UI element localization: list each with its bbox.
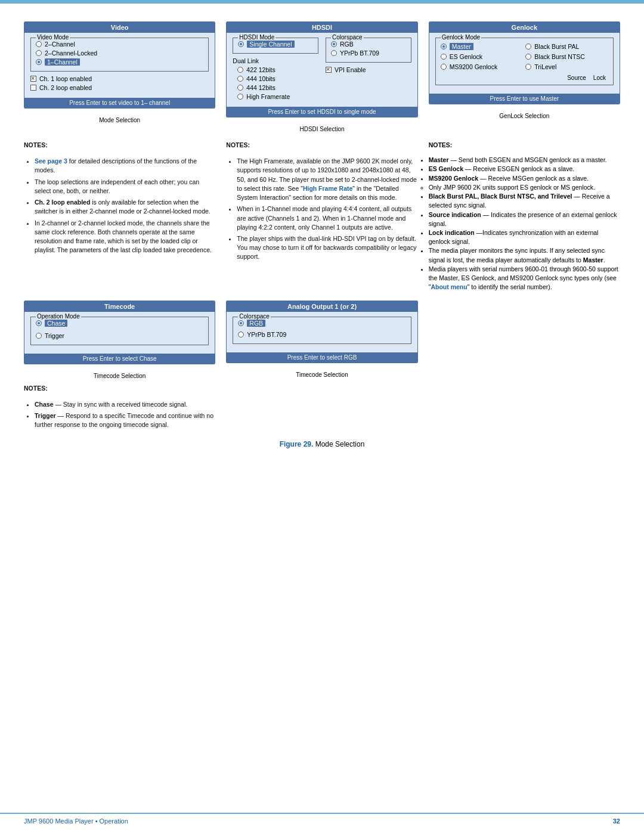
timecode-chase-option[interactable]: Chase xyxy=(36,320,203,327)
radio-rgb-icon xyxy=(331,41,337,47)
ch2-loop-label: Ch. 2 loop enabled xyxy=(39,84,92,91)
video-col: Video Video Mode 2–Channel 2–Channel-Loc… xyxy=(24,21,215,123)
chase-bold: Chase xyxy=(35,401,54,408)
video-2channel-locked-option[interactable]: 2–Channel-Locked xyxy=(36,49,203,57)
radio-master-icon xyxy=(441,44,447,49)
ch2-loop-check[interactable]: Ch. 2 loop enabled xyxy=(30,84,209,91)
video-2channel-option[interactable]: 2–Channel xyxy=(36,41,203,48)
analog-yprbp-label: YPrPb BT.709 xyxy=(247,331,286,338)
radio-bbpal-icon xyxy=(525,44,531,49)
video-1channel-label: 1–Channel xyxy=(45,58,80,66)
hdsdi-444-10bits[interactable]: 444 10bits xyxy=(237,75,318,82)
genlock-note-3-sub-1: Only JMP 9600 2K units support ES genloc… xyxy=(429,183,620,192)
ch1-loop-check[interactable]: Ch. 1 loop enabled xyxy=(30,75,209,82)
video-note-2: The loop selections are independent of e… xyxy=(35,178,215,196)
radio-trilevel-icon xyxy=(525,64,531,70)
timecode-trigger-option[interactable]: Trigger xyxy=(36,332,203,339)
genlock-panel: Genlock Genlock Mode Master Black Burst … xyxy=(429,21,620,104)
lock-label: Lock xyxy=(593,75,606,81)
hdsdi-422-12bits[interactable]: 422 12bits xyxy=(237,66,318,73)
hdsdi-mode-label: HDSDI Mode xyxy=(238,34,275,41)
page-content: Video Video Mode 2–Channel 2–Channel-Loc… xyxy=(0,4,644,502)
hdsdi-yprbp-label: YPrPb BT.709 xyxy=(340,49,379,57)
genlock-mode-label: Genlock Mode xyxy=(441,34,481,41)
genlock-bbntsc-option[interactable]: Black Burst NTSC xyxy=(525,53,608,60)
hdsdi-colorspace-label: Colorspace xyxy=(331,34,364,41)
page-footer: JMP 9600 Media Player • Operation 32 xyxy=(0,813,644,825)
hdsdi-notes: NOTES: The High Framerate, available on … xyxy=(226,141,417,264)
genlock-note-2: ES Genlock — Receive ESGEN genlock as a … xyxy=(429,165,620,174)
trigger-bold: Trigger xyxy=(35,412,56,419)
hdsdi-422-12bits-label: 422 12bits xyxy=(246,66,275,73)
hdsdi-444-12bits[interactable]: 444 12bits xyxy=(237,84,318,91)
hdsdi-panel-body: HDSDI Mode Single Channel Dual Link xyxy=(227,33,417,107)
hdsdi-panel-title: HDSDI xyxy=(227,22,417,33)
analog-output-caption: Timecode Selection xyxy=(226,371,417,378)
video-2channel-locked-label: 2–Channel-Locked xyxy=(45,49,97,57)
radio-yprbp-icon xyxy=(331,50,337,56)
hdsdi-high-framerate[interactable]: High Framerate xyxy=(237,93,318,100)
ms9200-bold: MS9200 Genlock xyxy=(429,175,478,182)
source-lock-row: Source Lock xyxy=(441,72,608,81)
bbpal-bold: Black Burst PAL, Black Burst NTSC, and T… xyxy=(429,193,572,200)
hdsdi-yprbp-option[interactable]: YPrPb BT.709 xyxy=(331,49,406,57)
video-1channel-option[interactable]: 1–Channel xyxy=(36,58,203,66)
analog-colorspace-group: Colorspace RGB YPrPb BT.709 xyxy=(233,317,411,344)
genlock-master-option[interactable]: Master xyxy=(441,43,524,50)
video-panel-body: Video Mode 2–Channel 2–Channel-Locked 1–… xyxy=(24,33,215,98)
source-indication-bold: Source indication xyxy=(429,211,481,218)
genlock-trilevel-label: TriLevel xyxy=(534,63,556,70)
analog-rgb-label: RGB xyxy=(247,320,265,327)
source-label: Source xyxy=(567,75,586,81)
timecode-mode-group: Operation Mode Chase Trigger xyxy=(30,317,209,345)
high-frame-rate-link[interactable]: High Frame Rate xyxy=(303,185,352,192)
video-note-4: In 2-channel or 2-channel locked mode, t… xyxy=(35,219,215,255)
hdsdi-note-1: The High Framerate, available on the JMP… xyxy=(237,157,417,202)
radio-trigger-icon xyxy=(36,333,42,339)
vpi-enable-label: VPI Enable xyxy=(335,66,366,73)
genlock-note-3: MS9200 Genlock — Receive MSGen genlock a… xyxy=(429,174,620,192)
ch1-loop-label: Ch. 1 loop enabled xyxy=(39,75,92,82)
hdsdi-rgb-option[interactable]: RGB xyxy=(331,41,406,48)
vpi-enable-check[interactable]: VPI Enable xyxy=(326,66,411,73)
genlock-note-1: Master — Send both ESGEN and MSGEN genlo… xyxy=(429,156,620,165)
hdsdi-note-3: The player ships with the dual-link HD-S… xyxy=(237,234,417,262)
footer-right-text: 32 xyxy=(613,817,620,825)
video-2channel-label: 2–Channel xyxy=(45,41,75,48)
genlock-trilevel-option[interactable]: TriLevel xyxy=(525,63,608,70)
radio-bbntsc-icon xyxy=(525,54,531,60)
genlock-bbntsc-label: Black Burst NTSC xyxy=(534,53,585,60)
notes-row-1: NOTES: See page 3 for detailed descripti… xyxy=(24,141,620,292)
genlock-notes-label: NOTES: xyxy=(429,141,620,150)
timecode-notes-label: NOTES: xyxy=(24,384,215,393)
genlock-note-5: Source indication — Indicates the presen… xyxy=(429,210,620,228)
genlock-bbpal-option[interactable]: Black Burst PAL xyxy=(525,43,608,50)
timecode-col: Timecode Operation Mode Chase Trigger xyxy=(24,301,215,379)
hdsdi-colorspace-group: Colorspace RGB YPrPb BT.709 xyxy=(326,38,411,63)
master-bold: Master xyxy=(429,156,449,163)
see-page-3-link[interactable]: See page 3 xyxy=(35,157,67,165)
about-menu-link[interactable]: About menu xyxy=(431,283,467,290)
genlock-esgenlock-label: ES Genlock xyxy=(450,53,482,60)
genlock-esgenlock-option[interactable]: ES Genlock xyxy=(441,53,524,60)
analog-output-title: Analog Output 1 (or 2) xyxy=(227,301,417,312)
hdsdi-single-channel-option[interactable]: Single Channel xyxy=(238,41,313,48)
timecode-panel-footer: Press Enter to select Chase xyxy=(24,354,215,364)
genlock-note-4: Black Burst PAL, Black Burst NTSC, and T… xyxy=(429,192,620,210)
timecode-notes: NOTES: Chase — Stay in sync with a recei… xyxy=(24,384,215,432)
genlock-ms9200-option[interactable]: MS9200 Genlock xyxy=(441,63,524,70)
es-genlock-bold: ES Genlock xyxy=(429,165,463,172)
timecode-notes-list: Chase — Stay in sync with a received tim… xyxy=(24,400,215,432)
genlock-note-7: The media player monitors the sync input… xyxy=(429,246,620,264)
hdsdi-single-channel-label: Single Channel xyxy=(247,41,294,48)
timecode-chase-label: Chase xyxy=(45,320,67,327)
video-panel: Video Video Mode 2–Channel 2–Channel-Loc… xyxy=(24,21,215,109)
hdsdi-rgb-label: RGB xyxy=(340,41,354,48)
analog-yprbp-option[interactable]: YPrPb BT.709 xyxy=(238,331,405,338)
genlock-col: Genlock Genlock Mode Master Black Burst … xyxy=(429,21,620,119)
radio-analog-yprbp-icon xyxy=(238,332,244,337)
analog-rgb-option[interactable]: RGB xyxy=(238,320,405,327)
timecode-notes-row: NOTES: Chase — Stay in sync with a recei… xyxy=(24,384,620,432)
hdsdi-left-col: HDSDI Mode Single Channel Dual Link xyxy=(233,38,318,102)
figure-label: Mode Selection xyxy=(315,440,365,448)
